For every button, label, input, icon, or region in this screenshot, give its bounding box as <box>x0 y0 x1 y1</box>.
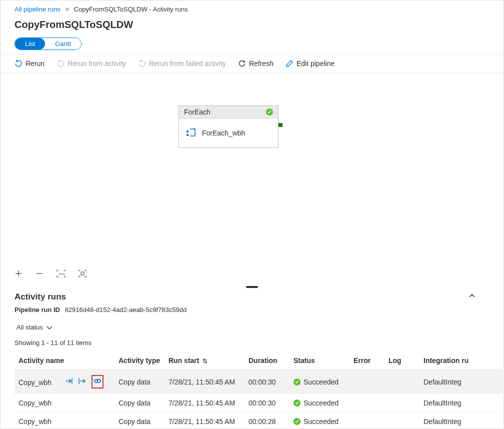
view-list-tab[interactable]: List <box>15 38 45 50</box>
chevron-down-icon <box>46 324 53 331</box>
breadcrumb: All pipeline runs > CopyFromSQLToSQLDW -… <box>0 0 504 16</box>
rerun-failed-icon <box>138 60 146 68</box>
activity-type-cell: Copy data <box>114 412 164 430</box>
duration-cell: 00:00:30 <box>244 394 290 412</box>
refresh-button[interactable]: Refresh <box>238 60 274 68</box>
collapse-panel-button[interactable] <box>468 292 476 302</box>
col-integration[interactable]: Integration ru <box>420 352 502 370</box>
sort-icon <box>202 358 208 364</box>
table-row[interactable]: Copy_wbhCopy data7/28/21, 11:50:45 AM00:… <box>14 370 502 394</box>
table-row[interactable]: Copy_wbhCopy data7/28/21, 11:50:45 AM00:… <box>14 394 502 412</box>
status-cell: Succeeded <box>290 412 350 430</box>
status-cell: Succeeded <box>290 370 350 394</box>
svg-text:00%: 00% <box>59 272 66 276</box>
panel-resize-handle[interactable] <box>0 282 504 285</box>
view-toggle: List Gantt <box>14 38 82 50</box>
node-output-port[interactable] <box>278 123 282 127</box>
error-cell <box>350 370 384 394</box>
table-row[interactable]: Copy_wbhCopy data7/28/21, 11:50:45 AM00:… <box>14 412 502 430</box>
zoom-out-button[interactable] <box>36 270 44 279</box>
svg-rect-1 <box>186 134 188 136</box>
run-start-cell: 7/28/21, 11:50:45 AM <box>164 412 244 430</box>
log-cell <box>384 370 420 394</box>
success-icon <box>294 400 300 406</box>
rerun-activity-icon <box>56 60 64 68</box>
toolbar: Rerun Rerun from activity Rerun from fai… <box>0 54 504 73</box>
zoom-100-button[interactable]: 00% <box>56 270 66 279</box>
status-filter-label: All status <box>16 324 43 331</box>
activity-type-cell: Copy data <box>114 370 164 394</box>
input-icon[interactable] <box>66 377 74 386</box>
node-header: ForEach <box>179 106 278 118</box>
rerun-icon <box>14 60 22 68</box>
activity-name-cell: Copy_wbh <box>18 399 52 407</box>
integration-cell: DefaultInteg <box>420 394 502 412</box>
log-cell <box>384 394 420 412</box>
pipeline-run-id-row: Pipeline run ID 82916d48-d152-4ad2-aeab-… <box>0 306 504 322</box>
col-activity-name[interactable]: Activity name <box>14 352 114 370</box>
edit-pipeline-label: Edit pipeline <box>296 60 334 68</box>
page-title: CopyFromSQLToSQLDW <box>0 16 504 38</box>
success-icon <box>294 378 300 386</box>
foreach-node[interactable]: ForEach ForEach_wbh <box>178 106 278 148</box>
run-id-value: 82916d48-d152-4ad2-aeab-5c9f783c59dd <box>65 306 187 314</box>
activity-runs-title: Activity runs <box>14 292 66 302</box>
activity-runs-table: Activity name Activity type Run start Du… <box>14 352 502 429</box>
error-cell <box>350 412 384 430</box>
integration-cell: DefaultInteg <box>420 412 502 430</box>
col-log[interactable]: Log <box>384 352 420 370</box>
rerun-button[interactable]: Rerun <box>14 60 44 68</box>
log-cell <box>384 412 420 430</box>
duration-cell: 00:00:30 <box>244 370 290 394</box>
activity-name-cell: Copy_wbh <box>18 378 52 386</box>
duration-cell: 00:00:28 <box>244 412 290 430</box>
col-activity-type[interactable]: Activity type <box>114 352 164 370</box>
breadcrumb-current: CopyFromSQLToSQLDW - Activity runs <box>74 6 188 13</box>
rerun-from-failed-label: Rerun from failed activity <box>149 60 226 68</box>
fit-to-screen-button[interactable] <box>78 270 86 279</box>
success-icon <box>266 108 273 116</box>
node-type-label: ForEach <box>184 108 210 116</box>
col-status[interactable]: Status <box>290 352 350 370</box>
view-gantt-tab[interactable]: Gantt <box>45 38 81 50</box>
rerun-from-activity-label: Rerun from activity <box>68 60 126 68</box>
breadcrumb-root-link[interactable]: All pipeline runs <box>14 6 60 13</box>
refresh-label: Refresh <box>249 60 274 68</box>
pipeline-canvas[interactable]: ForEach ForEach_wbh 00% <box>0 73 504 282</box>
activity-type-cell: Copy data <box>114 394 164 412</box>
edit-icon <box>286 60 294 68</box>
node-body: ForEach_wbh <box>179 118 278 148</box>
rerun-label: Rerun <box>26 60 44 68</box>
status-filter-dropdown[interactable]: All status <box>14 322 55 333</box>
details-icon[interactable] <box>92 375 104 388</box>
col-duration[interactable]: Duration <box>244 352 290 370</box>
zoom-in-button[interactable] <box>14 270 22 279</box>
svg-rect-0 <box>186 130 188 132</box>
foreach-icon <box>186 128 197 138</box>
integration-cell: DefaultInteg <box>420 370 502 394</box>
showing-count: Showing 1 - 11 of 11 items <box>0 339 504 352</box>
breadcrumb-separator: > <box>65 6 69 13</box>
status-cell: Succeeded <box>290 394 350 412</box>
col-error[interactable]: Error <box>350 352 384 370</box>
rerun-from-activity-button[interactable]: Rerun from activity <box>56 60 126 68</box>
error-cell <box>350 394 384 412</box>
canvas-controls: 00% <box>14 270 86 279</box>
rerun-from-failed-button[interactable]: Rerun from failed activity <box>138 60 226 68</box>
run-start-cell: 7/28/21, 11:50:45 AM <box>164 394 244 412</box>
activity-name-cell: Copy_wbh <box>18 418 52 426</box>
output-icon[interactable] <box>78 377 86 386</box>
run-id-label: Pipeline run ID <box>14 306 60 314</box>
refresh-icon <box>238 60 246 68</box>
run-start-cell: 7/28/21, 11:50:45 AM <box>164 370 244 394</box>
col-run-start[interactable]: Run start <box>164 352 244 370</box>
node-name: ForEach_wbh <box>202 129 245 137</box>
svg-rect-3 <box>81 272 84 275</box>
edit-pipeline-button[interactable]: Edit pipeline <box>286 60 334 68</box>
success-icon <box>294 418 300 425</box>
